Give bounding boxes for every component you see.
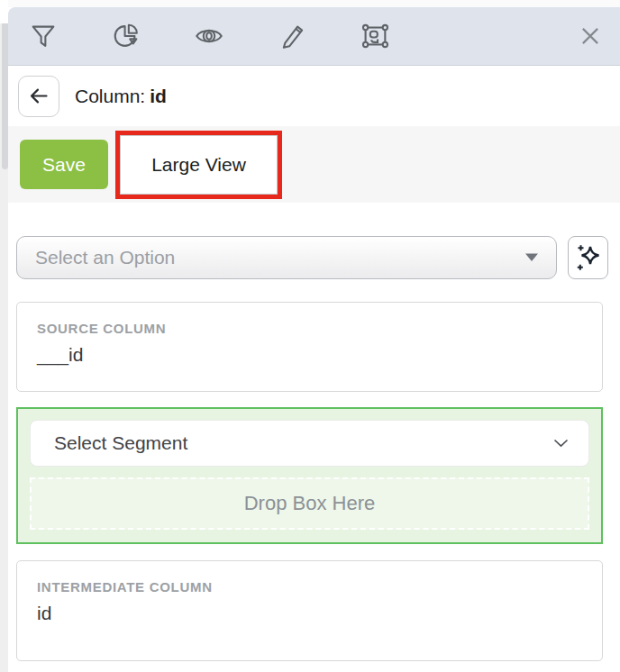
segment-drop-section: Select Segment Drop Box Here (16, 407, 603, 544)
source-column-value: ___id (37, 344, 582, 366)
segment-select-label: Select Segment (54, 432, 553, 454)
source-column-label: SOURCE COLUMN (37, 321, 582, 336)
sparkle-icon (575, 242, 602, 273)
intermediate-column-card: INTERMEDIATE COLUMN id (16, 560, 603, 661)
large-view-button[interactable]: Large View (120, 135, 278, 195)
close-icon[interactable] (580, 26, 600, 46)
column-settings-panel: Column:id Save Large View Select an Opti… (8, 0, 620, 672)
intermediate-column-label: INTERMEDIATE COLUMN (37, 579, 582, 595)
dropdown-arrow-icon (525, 253, 538, 262)
action-band: Save Large View (8, 126, 620, 203)
drop-zone[interactable]: Drop Box Here (30, 477, 589, 530)
panel-top-edge (8, 0, 620, 7)
save-button[interactable]: Save (20, 140, 108, 189)
underlying-page-edge (0, 0, 8, 672)
title-prefix: Column: (75, 86, 145, 106)
option-select-row: Select an Option (8, 236, 620, 279)
toolbar (8, 7, 620, 66)
pie-chart-icon[interactable] (110, 20, 142, 52)
title-column-name: id (150, 86, 167, 106)
option-select-placeholder: Select an Option (35, 247, 525, 268)
underlying-page-top (0, 0, 8, 23)
panel-header: Column:id (8, 66, 620, 126)
left-arrow-icon (29, 88, 49, 104)
page-title: Column:id (75, 86, 167, 107)
intermediate-column-value: id (37, 603, 582, 624)
drop-zone-label: Drop Box Here (244, 492, 376, 515)
pencil-icon[interactable] (276, 20, 308, 52)
underlying-scrollbar (2, 23, 8, 169)
segment-select[interactable]: Select Segment (30, 420, 589, 467)
chevron-down-icon (553, 439, 569, 448)
source-column-card: SOURCE COLUMN ___id (16, 302, 603, 392)
eye-icon[interactable] (193, 20, 225, 52)
ai-assist-button[interactable] (568, 236, 608, 279)
select-frame-icon[interactable] (359, 20, 391, 52)
annotation-highlight-box: Large View (115, 131, 282, 199)
filter-icon[interactable] (27, 20, 59, 52)
option-select[interactable]: Select an Option (16, 236, 557, 279)
back-button[interactable] (18, 76, 59, 117)
